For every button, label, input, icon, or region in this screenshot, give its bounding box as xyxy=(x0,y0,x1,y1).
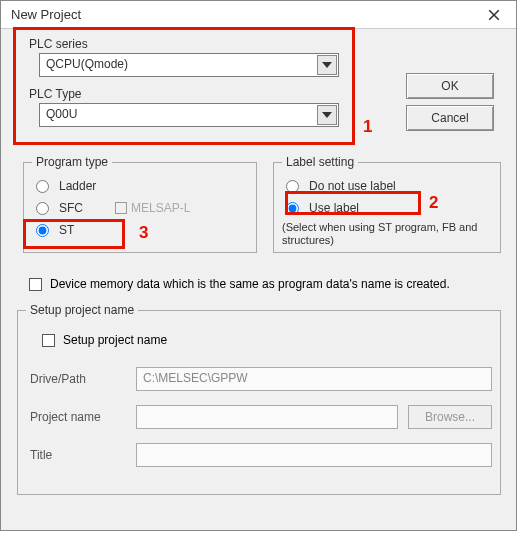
radio-ladder-label: Ladder xyxy=(59,179,96,193)
plc-series-label: PLC series xyxy=(29,37,355,51)
setup-project-legend: Setup project name xyxy=(26,303,138,317)
radio-no-label-label: Do not use label xyxy=(309,179,396,193)
project-name-field[interactable] xyxy=(136,405,398,429)
radio-use-label-label: Use label xyxy=(309,201,359,215)
program-type-legend: Program type xyxy=(32,155,112,169)
plc-section: PLC series QCPU(Qmode) PLC Type Q00U xyxy=(29,37,355,143)
device-memory-row[interactable]: Device memory data which is the same as … xyxy=(29,277,450,291)
plc-series-select[interactable]: QCPU(Qmode) xyxy=(39,53,339,77)
radio-use-label[interactable]: Use label xyxy=(282,197,492,219)
drive-path-label: Drive/Path xyxy=(26,372,136,386)
melsap-label: MELSAP-L xyxy=(131,201,190,215)
browse-button[interactable]: Browse... xyxy=(408,405,492,429)
new-project-dialog: New Project OK Cancel PLC series QCPU(Qm… xyxy=(0,0,517,531)
device-memory-label: Device memory data which is the same as … xyxy=(50,277,450,291)
radio-st-input[interactable] xyxy=(36,224,49,237)
setup-project-group: Setup project name Setup project name Dr… xyxy=(17,303,501,495)
radio-sfc-input[interactable] xyxy=(36,202,49,215)
radio-no-label[interactable]: Do not use label xyxy=(282,175,492,197)
melsap-option: MELSAP-L xyxy=(115,201,190,215)
radio-ladder[interactable]: Ladder xyxy=(32,175,248,197)
cancel-button[interactable]: Cancel xyxy=(406,105,494,131)
plc-series-value: QCPU(Qmode) xyxy=(39,53,339,77)
drive-path-field[interactable]: C:\MELSEC\GPPW xyxy=(136,367,492,391)
label-setting-legend: Label setting xyxy=(282,155,358,169)
radio-sfc-label: SFC xyxy=(59,201,83,215)
setup-project-checkbox-label: Setup project name xyxy=(63,333,167,347)
ok-button[interactable]: OK xyxy=(406,73,494,99)
radio-use-label-input[interactable] xyxy=(286,202,299,215)
setup-project-checkbox[interactable] xyxy=(42,334,55,347)
annotation-label-2: 2 xyxy=(429,193,438,213)
plc-type-label: PLC Type xyxy=(29,87,355,101)
project-name-label: Project name xyxy=(26,410,136,424)
label-setting-note: (Select when using ST program, FB and st… xyxy=(282,221,492,247)
dialog-title: New Project xyxy=(11,7,81,22)
title-field[interactable] xyxy=(136,443,492,467)
radio-ladder-input[interactable] xyxy=(36,180,49,193)
close-button[interactable] xyxy=(474,3,514,27)
title-label: Title xyxy=(26,448,136,462)
label-setting-group: Label setting Do not use label Use label… xyxy=(273,155,501,253)
plc-type-value: Q00U xyxy=(39,103,339,127)
titlebar: New Project xyxy=(1,1,516,29)
radio-st-label: ST xyxy=(59,223,74,237)
annotation-label-1: 1 xyxy=(363,117,372,137)
radio-no-label-input[interactable] xyxy=(286,180,299,193)
device-memory-checkbox[interactable] xyxy=(29,278,42,291)
annotation-label-3: 3 xyxy=(139,223,148,243)
melsap-checkbox-icon xyxy=(115,202,127,214)
radio-sfc[interactable]: SFC MELSAP-L xyxy=(32,197,248,219)
setup-project-checkbox-row[interactable]: Setup project name xyxy=(42,333,488,347)
plc-type-select[interactable]: Q00U xyxy=(39,103,339,127)
